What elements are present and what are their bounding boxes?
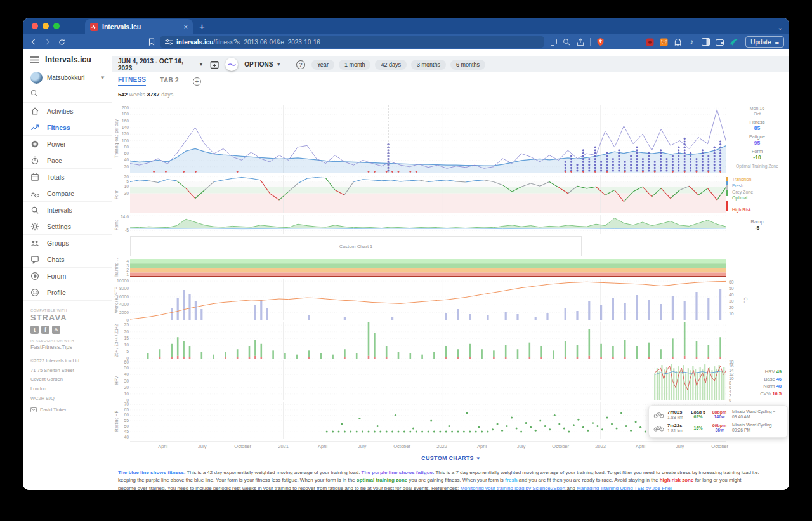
tooltip-row-1[interactable]: 7m02s1.88 km Load 562% 88bpm140w Minato … bbox=[653, 408, 783, 421]
reload-button[interactable] bbox=[56, 36, 67, 48]
extension-metamask-icon[interactable] bbox=[658, 37, 669, 47]
leo-ai-icon[interactable] bbox=[728, 37, 739, 47]
strava-icon[interactable]: ^ bbox=[52, 326, 60, 334]
hrv-plot[interactable] bbox=[130, 360, 726, 400]
bookmark-icon[interactable] bbox=[146, 36, 157, 48]
discourse-icon bbox=[30, 272, 39, 280]
contact-link[interactable]: David Tinker bbox=[30, 407, 104, 412]
resting-plot[interactable] bbox=[130, 402, 726, 439]
sidebar-item-profile[interactable]: Profile bbox=[23, 284, 112, 301]
legend-transition: Transition bbox=[732, 176, 753, 183]
forward-button[interactable] bbox=[42, 36, 53, 48]
custom-chart1-plot[interactable]: Custom Chart 1 bbox=[130, 236, 726, 256]
y-tick: 70 bbox=[124, 402, 129, 407]
chart-form-row: Form205-10-30 Transition Fresh Grey Zone bbox=[114, 175, 788, 213]
twitter-icon[interactable]: t bbox=[30, 326, 39, 334]
tab-fitness[interactable]: FITNESS bbox=[118, 76, 146, 86]
x-axis-label: October bbox=[711, 444, 728, 449]
association-name[interactable]: FastFitness.Tips bbox=[30, 344, 104, 350]
work-right-axis-label: CL bbox=[743, 297, 748, 303]
help-button[interactable]: ? bbox=[296, 60, 304, 69]
custom-chart1-placeholder[interactable]: Custom Chart 1 bbox=[130, 236, 582, 256]
url-bar[interactable]: intervals.icu/fitness?s=2013-06-04&e=202… bbox=[160, 36, 544, 48]
sidebar-item-groups[interactable]: Groups bbox=[23, 235, 112, 251]
sidebar-item-activities[interactable]: Activities bbox=[23, 103, 112, 119]
extension-sidepanel-icon[interactable] bbox=[700, 37, 711, 47]
search-icon bbox=[30, 89, 38, 97]
work-plot[interactable] bbox=[130, 279, 726, 320]
search-icon[interactable] bbox=[561, 37, 572, 47]
sidebar-item-forum[interactable]: Forum bbox=[23, 268, 112, 284]
legend-high-risk: High Risk bbox=[732, 207, 753, 213]
hamburger-icon[interactable] bbox=[30, 56, 39, 63]
range-1month-button[interactable]: 1 month bbox=[339, 60, 371, 70]
sidebar-item-settings[interactable]: Settings bbox=[23, 218, 112, 235]
menu-icon[interactable]: ≡ bbox=[775, 38, 779, 46]
update-button[interactable]: Update ≡ bbox=[745, 36, 784, 48]
custom-charts-button[interactable]: CUSTOM CHARTS ▼ bbox=[114, 455, 788, 461]
chevron-down-icon: ▼ bbox=[476, 456, 481, 461]
window-controls[interactable] bbox=[32, 23, 60, 29]
compare-lines-icon bbox=[30, 189, 39, 198]
fitness-plot[interactable] bbox=[130, 105, 726, 173]
y-tick: 140 bbox=[122, 126, 129, 130]
add-tab-button[interactable]: + bbox=[193, 77, 201, 86]
y-tick: 8000 bbox=[119, 287, 129, 291]
cyclist-icon bbox=[653, 411, 664, 418]
share-icon[interactable] bbox=[575, 37, 586, 47]
sidebar-item-chats[interactable]: Chats bbox=[23, 251, 112, 268]
y-tick: 20 bbox=[124, 386, 129, 390]
user-menu[interactable]: Matsubokkuri ▼ bbox=[23, 69, 112, 87]
line-style-toggle[interactable] bbox=[225, 58, 238, 71]
description-text: optimal training zone bbox=[357, 477, 407, 483]
calendar-today-icon[interactable] bbox=[210, 60, 219, 69]
screen-share-icon[interactable] bbox=[547, 37, 558, 47]
site-settings-icon[interactable] bbox=[165, 39, 173, 45]
extension-music-icon[interactable]: ♪ bbox=[686, 37, 697, 47]
extension-phantom-icon[interactable] bbox=[672, 37, 683, 47]
y-tick: 60 bbox=[124, 413, 129, 418]
hrv-stats: HRV 49 Base 46 Norm 48 CV% 16.5 bbox=[760, 368, 782, 398]
sidebar-search[interactable] bbox=[23, 87, 112, 103]
training-plot[interactable] bbox=[130, 258, 726, 277]
range-42days-button[interactable]: 42 days bbox=[375, 60, 407, 70]
form-plot[interactable] bbox=[130, 175, 726, 213]
range-6months-button[interactable]: 6 months bbox=[450, 60, 485, 70]
sidebar-item-totals[interactable]: Totals bbox=[23, 169, 112, 185]
minimize-window-button[interactable] bbox=[43, 23, 49, 29]
tooltip-row-2[interactable]: 7m22s1.81 km 16% 66bpm36w Minato Ward Cy… bbox=[653, 421, 783, 435]
back-button[interactable] bbox=[28, 36, 39, 48]
tab-list-chevron-icon[interactable]: ⌄ bbox=[778, 24, 783, 31]
range-year-button[interactable]: Year bbox=[311, 60, 334, 70]
brave-shield-icon[interactable] bbox=[594, 37, 606, 47]
browser-tab[interactable]: Intervals.icu × bbox=[85, 19, 193, 34]
range-3months-button[interactable]: 3 months bbox=[411, 60, 446, 70]
chevron-down-icon: ▼ bbox=[276, 62, 281, 67]
sidebar-item-fitness[interactable]: Fitness bbox=[23, 119, 112, 136]
maximize-window-button[interactable] bbox=[53, 23, 60, 29]
ramp-plot[interactable] bbox=[130, 215, 726, 234]
zones-plot[interactable] bbox=[130, 322, 726, 359]
close-window-button[interactable] bbox=[32, 23, 38, 29]
sidebar-item-power[interactable]: Power bbox=[23, 136, 112, 152]
sidebar-item-compare[interactable]: Compare bbox=[23, 185, 112, 202]
sidebar-item-pace[interactable]: Pace bbox=[23, 152, 112, 169]
reference-link[interactable]: Managing Training Using TSB by Joe Friel bbox=[577, 485, 672, 490]
facebook-icon[interactable]: f bbox=[41, 326, 49, 334]
y-tick: 80 bbox=[124, 145, 129, 150]
options-button[interactable]: OPTIONS▼ bbox=[244, 61, 281, 68]
extension-red-icon[interactable] bbox=[644, 37, 655, 47]
right-y-tick: 30 bbox=[729, 300, 734, 304]
reference-link[interactable]: Monitoring your training load by Science… bbox=[460, 485, 565, 490]
chart-hrv-row: HRV6050403020100 HRV 49 Base 46 Norm 48 … bbox=[114, 360, 788, 400]
new-tab-button[interactable]: + bbox=[199, 21, 205, 32]
sidebar-item-intervals[interactable]: Intervals bbox=[23, 202, 112, 218]
fitness-y-axis: Training load per day2001801601401201008… bbox=[114, 105, 130, 173]
y-tick: 6000 bbox=[119, 295, 129, 300]
stopwatch-icon bbox=[30, 156, 39, 165]
date-range-button[interactable]: JUN 4, 2013 - OCT 16, 2023▼ bbox=[118, 58, 204, 72]
tab-close-icon[interactable]: × bbox=[184, 23, 188, 30]
tab-2[interactable]: TAB 2 bbox=[160, 77, 179, 86]
browser-toolbar: intervals.icu/fitness?s=2013-06-04&e=202… bbox=[23, 34, 789, 49]
extension-wallet-icon[interactable] bbox=[714, 37, 725, 47]
